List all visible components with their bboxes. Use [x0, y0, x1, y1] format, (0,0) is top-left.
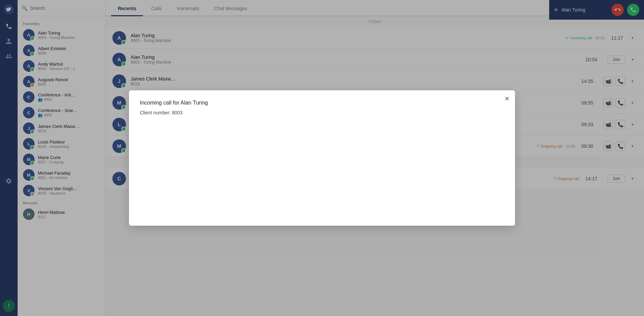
modal-body: Client number: 8003	[140, 110, 504, 115]
modal-close-button[interactable]: ✕	[505, 95, 510, 103]
incoming-call-modal: ✕ Incoming call for Alan Turing Client n…	[129, 90, 515, 226]
modal-overlay[interactable]: ✕ Incoming call for Alan Turing Client n…	[0, 0, 644, 316]
modal-title: Incoming call for Alan Turing	[140, 100, 504, 106]
